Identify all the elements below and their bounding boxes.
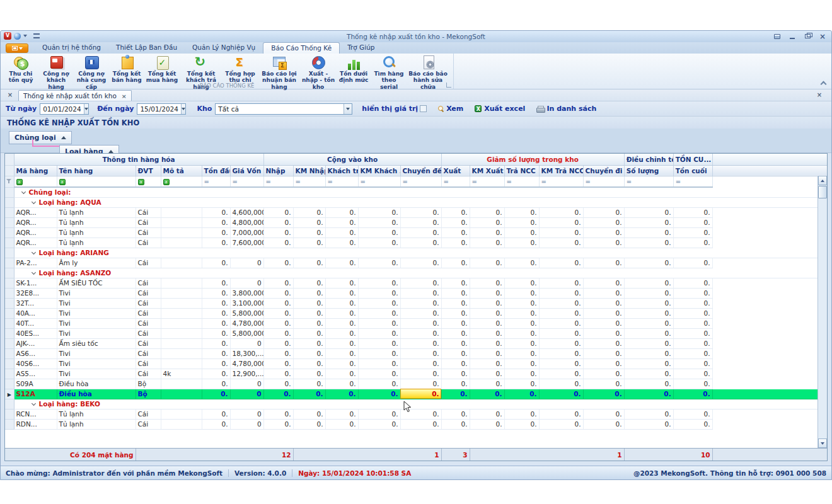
filter-cell[interactable] [441,176,470,187]
cell[interactable]: 0. [504,409,539,419]
cell[interactable]: 0. [293,358,325,369]
cell[interactable]: 0. [504,238,539,248]
cell[interactable]: Bộ [136,389,161,399]
cell[interactable]: 0. [583,358,624,369]
filter-cell[interactable] [325,176,358,187]
cell[interactable]: 0. [325,308,358,318]
cell[interactable]: 0. [325,358,358,369]
cell[interactable]: 0. [624,278,673,288]
cell[interactable]: 4,780,000 [230,358,263,369]
cell[interactable]: 0 [230,258,263,268]
cell[interactable]: 0. [539,217,583,227]
group-row-level2[interactable]: Loại hàng: BEKO [5,399,827,409]
cell[interactable]: 0. [400,419,441,429]
cell[interactable]: 0. [358,217,400,227]
cell[interactable]: 0. [583,328,624,338]
row-indicator[interactable] [5,369,14,379]
cell[interactable]: 0. [539,238,583,248]
row-indicator[interactable] [5,298,14,308]
cell[interactable]: 0 [230,409,263,419]
cell[interactable]: 0. [470,419,504,429]
row-indicator[interactable] [5,419,14,429]
table-row[interactable]: S09AĐiều hòaBộ0.00.0.0.0.0.0.0.0.0.0.0.0… [5,379,827,389]
cell[interactable]: 0. [400,258,441,268]
collapse-chevron-icon[interactable] [31,200,35,204]
cell[interactable]: 0. [202,358,230,369]
cell[interactable]: 0. [325,217,358,227]
cell[interactable]: 0. [293,409,325,419]
cell[interactable]: 0. [539,227,583,238]
scrollbar-thumb[interactable] [818,186,827,198]
cell[interactable]: 0. [470,348,504,358]
cell[interactable]: 0. [400,308,441,318]
cell[interactable] [161,358,202,369]
cell[interactable]: 0. [470,217,504,227]
layout-icon[interactable] [772,32,782,40]
row-indicator[interactable] [5,217,14,227]
cell[interactable]: 0. [293,369,325,379]
table-row[interactable]: AQR...Tủ lạnhCái0.4,600,0000.0.0.0.0.0.0… [5,207,827,217]
cell[interactable]: Cái [136,419,161,429]
cell[interactable]: 0. [673,409,712,419]
equals-filter-icon[interactable] [507,178,512,185]
cell[interactable]: 0. [504,328,539,338]
cell[interactable]: 0. [293,217,325,227]
cell[interactable]: 0. [358,278,400,288]
cell[interactable]: 0. [583,207,624,217]
cell[interactable]: 0. [325,328,358,338]
equals-filter-icon[interactable] [627,178,632,185]
cell[interactable]: 0. [400,328,441,338]
cell[interactable]: 4,800,000 [230,217,263,227]
cell[interactable]: 0. [358,328,400,338]
cell[interactable]: PA-2... [14,258,57,268]
cell[interactable]: 0. [202,338,230,348]
cell[interactable]: Tủ lạnh [57,238,136,248]
cell[interactable]: 0. [263,227,293,238]
cell[interactable]: 0. [470,207,504,217]
cell[interactable]: 4,780,000 [230,318,263,328]
cell[interactable]: 40S6... [14,358,57,369]
row-indicator[interactable] [5,258,14,268]
show-values-checkbox[interactable] [420,105,427,112]
cell[interactable]: 0. [504,348,539,358]
cell[interactable]: Tivi [57,308,136,318]
cell[interactable]: 0. [583,419,624,429]
column-header[interactable]: KM Khách ... [358,165,400,176]
cell[interactable] [161,308,202,318]
filter-cell[interactable] [673,176,712,187]
cell[interactable]: 0. [539,207,583,217]
cell[interactable]: Cái [136,328,161,338]
cell[interactable]: 0. [539,278,583,288]
cell[interactable]: 0. [673,238,712,248]
row-indicator[interactable]: ▶ [5,389,14,399]
cell[interactable]: 0 [230,278,263,288]
cell[interactable]: 0. [202,288,230,298]
cell[interactable]: 0. [358,258,400,268]
row-indicator[interactable] [5,207,14,217]
text-filter-icon[interactable] [59,179,66,185]
cell[interactable]: 0. [202,217,230,227]
group-row-level1[interactable]: Chủng loại: [5,187,827,197]
cell[interactable]: 0. [325,389,358,399]
equals-filter-icon[interactable] [266,178,271,185]
table-row[interactable]: 40ES...TiviCái0.5,800,0000.0.0.0.0.0.0.0… [5,328,827,338]
cell[interactable]: Điều hòa [57,379,136,389]
cell[interactable]: Cái [136,278,161,288]
equals-filter-icon[interactable] [403,178,408,185]
cell[interactable]: 0. [441,369,470,379]
cell[interactable]: S12A [14,389,57,399]
dialog-launcher-icon[interactable] [446,83,451,88]
table-row[interactable]: AJK-...Ấm siêu tốcCái0.00.0.0.0.0.0.0.0.… [5,338,827,348]
row-indicator[interactable] [5,358,14,369]
collapse-chevron-icon[interactable] [31,250,35,255]
group-row-level2[interactable]: Loại hàng: AQUA [5,197,827,207]
cell[interactable]: 0. [441,358,470,369]
cell[interactable]: 0 [230,389,263,399]
cell[interactable]: 0. [583,217,624,227]
cell[interactable] [161,288,202,298]
close-button[interactable] [818,32,828,40]
row-indicator[interactable] [5,348,14,358]
cell[interactable]: 0. [202,328,230,338]
cell[interactable]: 0. [400,298,441,308]
filter-cell[interactable] [583,176,624,187]
